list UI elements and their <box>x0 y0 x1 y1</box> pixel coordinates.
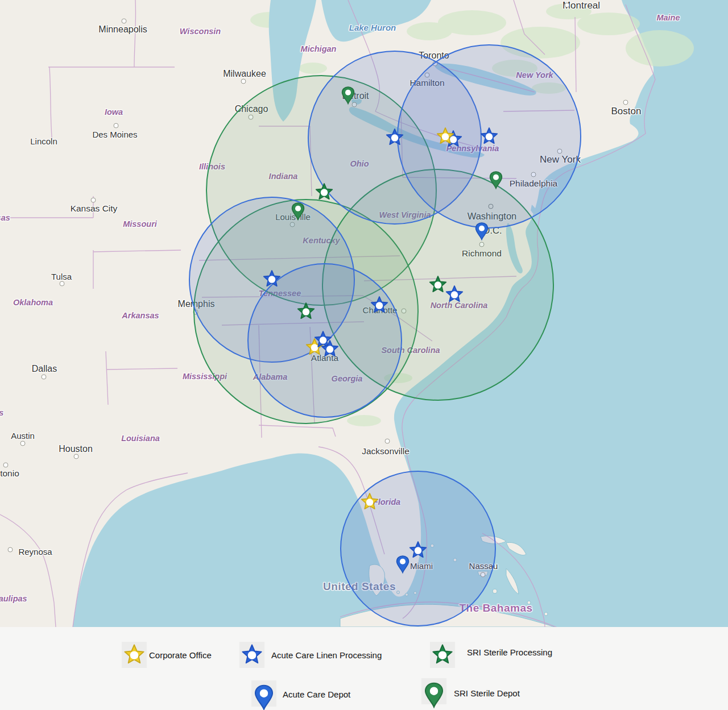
marker-center-dot <box>248 651 257 659</box>
map-overlay <box>0 0 728 627</box>
legend-label-acute-care-linen-processing: Acute Care Linen Processing <box>271 650 382 660</box>
marker-center-dot <box>493 175 499 180</box>
marker-center-dot <box>295 206 301 211</box>
legend-bar: Corporate OfficeAcute Care Linen Process… <box>0 627 728 710</box>
marker-center-dot <box>430 687 438 695</box>
marker-center-dot <box>442 133 449 140</box>
marker-center-dot <box>320 337 327 344</box>
legend-icon-sri-sterile-processing <box>425 638 460 672</box>
marker-center-dot <box>268 276 276 283</box>
legend-icon-acute-care-depot <box>247 676 281 710</box>
sri-processing-marker-sri-sterile-processing[interactable] <box>433 645 452 663</box>
marker-center-dot <box>130 651 139 659</box>
marker-center-dot <box>321 189 328 196</box>
marker-center-dot <box>400 559 406 564</box>
marker-center-dot <box>435 281 442 289</box>
marker-center-dot <box>366 499 374 506</box>
marker-center-dot <box>439 651 447 659</box>
legend-label-corporate-office: Corporate Office <box>149 650 212 660</box>
map-canvas[interactable]: MontrealMinneapolisMilwaukeeChicagoDes M… <box>0 0 728 627</box>
marker-center-dot <box>486 133 493 140</box>
corporate-marker-corporate-office[interactable] <box>125 645 143 663</box>
legend-label-sri-sterile-processing: SRI Sterile Processing <box>467 647 552 657</box>
marker-center-dot <box>450 136 457 143</box>
marker-center-dot <box>415 547 422 554</box>
legend-label-sri-sterile-depot: SRI Sterile Depot <box>454 688 520 698</box>
marker-center-dot <box>376 302 383 309</box>
legend-icon-acute-care-linen-processing <box>235 638 269 672</box>
marker-center-dot <box>260 690 268 697</box>
marker-center-dot <box>303 308 310 315</box>
acute-linen-marker-acute-care-linen-processing[interactable] <box>242 645 261 663</box>
marker-center-dot <box>391 134 399 142</box>
marker-center-dot <box>451 291 458 298</box>
facility-map-page: { "map": { "colors": { "water": "#abd4e0… <box>0 0 728 710</box>
acute-depot-marker-acute-care-depot[interactable] <box>255 686 272 709</box>
legend-icon-corporate-office <box>117 638 151 672</box>
marker-center-dot <box>479 226 485 231</box>
sri-depot-marker-sri-sterile-depot[interactable] <box>425 683 442 707</box>
marker-center-dot <box>326 346 334 353</box>
legend-label-acute-care-depot: Acute Care Depot <box>283 690 350 699</box>
marker-center-dot <box>311 344 318 351</box>
marker-center-dot <box>345 90 351 96</box>
legend-icon-sri-sterile-depot <box>417 674 451 708</box>
